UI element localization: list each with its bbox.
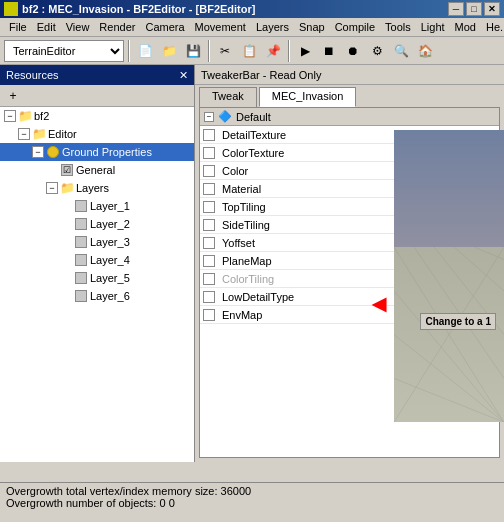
svg-line-4 (474, 247, 504, 260)
tree-item-layer1[interactable]: Layer_1 (0, 197, 194, 215)
annotation-label: Change to a 1 (420, 313, 496, 330)
menu-item-snap[interactable]: Snap (294, 19, 330, 35)
menu-item-mod[interactable]: Mod (450, 19, 481, 35)
prop-checkbox-envMap[interactable] (203, 309, 215, 321)
tree-label-layer2: Layer_2 (90, 218, 130, 230)
prop-checkbox-colorTexture[interactable] (203, 147, 215, 159)
toolbar-btn-new[interactable]: 📄 (134, 40, 156, 62)
toolbar-btn-copy[interactable]: 📋 (238, 40, 260, 62)
toolbar-btn-5[interactable]: 🔍 (390, 40, 412, 62)
prop-section-default[interactable]: −🔷Default (200, 108, 499, 126)
toolbar-btn-1[interactable]: ▶ (294, 40, 316, 62)
layer-icon-layer5 (74, 271, 88, 285)
section-icon: 🔷 (218, 110, 232, 123)
svg-line-6 (394, 291, 504, 422)
prop-checkbox-sideTiling[interactable] (203, 219, 215, 231)
toolbar-btn-cut[interactable]: ✂ (214, 40, 236, 62)
section-name: Default (236, 111, 271, 123)
prop-check-lowDetailType (200, 288, 218, 306)
tree-item-general[interactable]: ☑General (0, 161, 194, 179)
tree-expand-editor[interactable]: − (18, 128, 30, 140)
resource-tree[interactable]: −📁bf2−📁Editor−Ground Properties☑General−… (0, 107, 194, 462)
tree-item-layer2[interactable]: Layer_2 (0, 215, 194, 233)
tree-item-layer3[interactable]: Layer_3 (0, 233, 194, 251)
resources-close-button[interactable]: ✕ (179, 69, 188, 82)
tree-label-editor: Editor (48, 128, 77, 140)
tab-mec[interactable]: MEC_Invasion (259, 87, 357, 107)
resources-toolbar: + (0, 85, 194, 107)
prop-checkbox-colorTiling[interactable] (203, 273, 215, 285)
tree-item-layer4[interactable]: Layer_4 (0, 251, 194, 269)
tree-label-layer1: Layer_1 (90, 200, 130, 212)
minimize-button[interactable]: ─ (448, 2, 464, 16)
prop-checkbox-planeMap[interactable] (203, 255, 215, 267)
menu-item-light[interactable]: Light (416, 19, 450, 35)
tree-item-layer5[interactable]: Layer_5 (0, 269, 194, 287)
tree-item-bf2[interactable]: −📁bf2 (0, 107, 194, 125)
layer-icon-layer2 (74, 217, 88, 231)
tree-expand-groundprops[interactable]: − (32, 146, 44, 158)
prop-check-planeMap (200, 252, 218, 270)
toolbar-btn-3[interactable]: ⏺ (342, 40, 364, 62)
prop-check-envMap (200, 306, 218, 324)
prop-checkbox-topTiling[interactable] (203, 201, 215, 213)
prop-checkbox-material[interactable] (203, 183, 215, 195)
toolbar-btn-2[interactable]: ⏹ (318, 40, 340, 62)
toolbar-separator-2 (208, 40, 210, 62)
prop-check-color (200, 162, 218, 180)
tree-expand-layers[interactable]: − (46, 182, 58, 194)
resources-title: Resources (6, 69, 59, 81)
tree-label-bf2: bf2 (34, 110, 49, 122)
tab-tweak[interactable]: Tweak (199, 87, 257, 107)
menu-item-layers[interactable]: Layers (251, 19, 294, 35)
editor-combo[interactable]: TerrainEditor (4, 40, 124, 62)
toolbar-separator (128, 40, 130, 62)
menu-item-compile[interactable]: Compile (330, 19, 380, 35)
svg-line-8 (394, 378, 504, 422)
layer-icon-layer4 (74, 253, 88, 267)
prop-check-topTiling (200, 198, 218, 216)
tweaker-title: TweakerBar - Read Only (201, 69, 321, 81)
layer-icon-layer6 (74, 289, 88, 303)
tree-item-layers[interactable]: −📁Layers (0, 179, 194, 197)
folder-icon-bf2: 📁 (18, 109, 32, 123)
menu-item-tools[interactable]: Tools (380, 19, 416, 35)
tree-label-groundprops: Ground Properties (62, 146, 152, 158)
prop-checkbox-lowDetailType[interactable] (203, 291, 215, 303)
tree-item-editor[interactable]: −📁Editor (0, 125, 194, 143)
menu-item-he[interactable]: He... (481, 19, 504, 35)
toolbar-btn-paste[interactable]: 📌 (262, 40, 284, 62)
prop-checkbox-color[interactable] (203, 165, 215, 177)
tree-label-layer6: Layer_6 (90, 290, 130, 302)
tree-item-layer6[interactable]: Layer_6 (0, 287, 194, 305)
status-line-2: Overgrowth number of objects: 0 0 (6, 497, 498, 509)
prop-check-sideTiling (200, 216, 218, 234)
menu-item-render[interactable]: Render (94, 19, 140, 35)
tree-item-groundprops[interactable]: −Ground Properties (0, 143, 194, 161)
prop-checkbox-yoffset[interactable] (203, 237, 215, 249)
tree-expand-bf2[interactable]: − (4, 110, 16, 122)
toolbar-btn-6[interactable]: 🏠 (414, 40, 436, 62)
app-icon (4, 2, 18, 16)
section-expand[interactable]: − (204, 112, 214, 122)
toolbar-btn-4[interactable]: ⚙ (366, 40, 388, 62)
menu-item-movement[interactable]: Movement (190, 19, 251, 35)
menu-item-edit[interactable]: Edit (32, 19, 61, 35)
title-bar: bf2 : MEC_Invasion - BF2Editor - [BF2Edi… (0, 0, 504, 18)
layer-icon-layer3 (74, 235, 88, 249)
toolbar-btn-open[interactable]: 📁 (158, 40, 180, 62)
layer-icon-layer1 (74, 199, 88, 213)
toolbar-btn-save[interactable]: 💾 (182, 40, 204, 62)
viewport (394, 130, 504, 422)
menu-bar: FileEditViewRenderCameraMovementLayersSn… (0, 18, 504, 37)
maximize-button[interactable]: □ (466, 2, 482, 16)
folder-icon-layers: 📁 (60, 181, 74, 195)
menu-item-view[interactable]: View (61, 19, 95, 35)
menu-item-camera[interactable]: Camera (140, 19, 189, 35)
status-bar: Overgrowth total vertex/index memory siz… (0, 482, 504, 522)
resources-add-button[interactable]: + (4, 87, 22, 105)
close-button[interactable]: ✕ (484, 2, 500, 16)
menu-item-file[interactable]: File (4, 19, 32, 35)
prop-checkbox-detailTexture[interactable] (203, 129, 215, 141)
tweaker-tabs: TweakMEC_Invasion (195, 85, 504, 107)
